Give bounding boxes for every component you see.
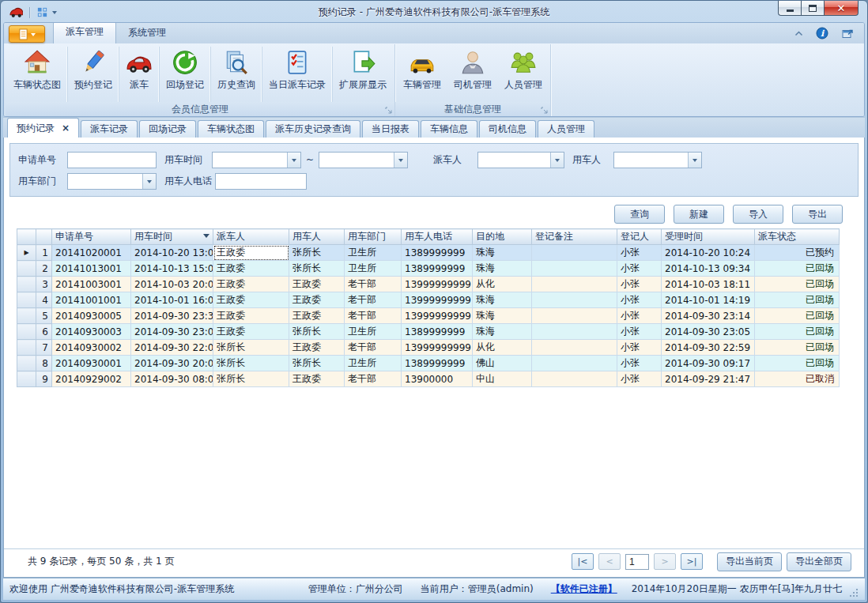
cell[interactable]: 小张 (617, 324, 662, 340)
dispatch-status-cell[interactable]: 已回场 (755, 340, 840, 356)
dispatch-status-cell[interactable]: 已取消 (755, 371, 840, 387)
cell[interactable]: 张所长 (213, 340, 289, 356)
doc-tab[interactable]: 车辆信息 (421, 120, 477, 138)
ribbon-button-house[interactable]: 车辆状态图 (7, 47, 67, 102)
dispatch-status-cell[interactable]: 已回场 (755, 308, 840, 324)
phone-input[interactable] (215, 173, 307, 190)
export-all-pages-button[interactable]: 导出全部页 (787, 552, 851, 571)
cell[interactable]: 张所长 (289, 356, 345, 371)
ribbon-tab-dispatch[interactable]: 派车管理 (53, 22, 116, 43)
cell[interactable]: 佛山 (473, 356, 532, 371)
cell[interactable]: 20141013001 (52, 261, 131, 277)
ribbon-button-driver[interactable]: 司机管理 (447, 47, 498, 102)
doc-tab[interactable]: 派车记录 (81, 120, 138, 138)
use-time-to-combo[interactable] (319, 152, 408, 168)
ribbon-button-people[interactable]: 人员管理 (498, 47, 549, 102)
export-button[interactable]: 导出 (792, 205, 843, 224)
dispatch-status-cell[interactable]: 已回场 (755, 277, 840, 292)
cell[interactable]: 2014-10-01 16:00 (131, 292, 213, 308)
info-icon[interactable]: i (816, 27, 828, 40)
dialog-launcher-icon[interactable] (385, 107, 392, 114)
cell[interactable]: 1389999999 (402, 245, 473, 261)
import-button[interactable]: 导入 (733, 205, 783, 224)
column-header[interactable]: 登记人 (617, 229, 662, 245)
cell[interactable]: 卫生所 (345, 356, 402, 371)
dispatch-status-cell[interactable]: 已回场 (755, 292, 840, 308)
cell[interactable]: 老干部 (345, 371, 402, 387)
cell[interactable]: 老干部 (345, 340, 402, 356)
ribbon-button-extend-screen[interactable]: 扩展屏显示 (332, 47, 393, 102)
cell[interactable]: 珠海 (473, 245, 532, 261)
cell[interactable] (532, 245, 617, 261)
last-page-button[interactable]: >| (681, 553, 703, 570)
cell[interactable]: 王政委 (213, 324, 289, 340)
cell[interactable] (532, 308, 617, 324)
dropdown-caret-icon[interactable] (52, 11, 57, 17)
export-current-page-button[interactable]: 导出当前页 (717, 552, 782, 571)
cell[interactable]: 2014-09-30 22:59 (662, 340, 755, 356)
cell[interactable]: 2014-09-30 23:05 (662, 324, 755, 340)
table-row[interactable]: 7201409300022014-09-30 22:00张所长王政委老干部139… (17, 340, 840, 356)
cell[interactable] (532, 277, 617, 292)
cell[interactable]: 2014-10-01 14:19 (662, 292, 755, 308)
cell[interactable]: 老干部 (345, 292, 402, 308)
table-row[interactable]: 4201410010012014-10-01 16:00王政委王政委老干部139… (17, 292, 840, 308)
column-header[interactable]: 派车状态 (755, 229, 840, 245)
cell[interactable]: 王政委 (289, 371, 345, 387)
cell[interactable]: 老干部 (345, 308, 402, 324)
dispatcher-combo[interactable] (477, 152, 564, 168)
apply-no-input[interactable] (67, 152, 157, 168)
column-header[interactable]: 目的地 (473, 229, 532, 245)
table-row[interactable]: 3201410030012014-10-03 20:00王政委王政委老干部139… (17, 277, 840, 292)
table-row[interactable]: ▶1201410200012014-10-20 13:00王政委张所长卫生所13… (17, 245, 840, 261)
cell[interactable] (532, 261, 617, 277)
doc-tab[interactable]: 预约记录× (7, 118, 79, 138)
cell[interactable]: 13999999999 (402, 292, 473, 308)
column-header[interactable]: 受理时间 (662, 229, 755, 245)
dispatch-status-cell[interactable]: 已回场 (755, 261, 840, 277)
cell[interactable]: 2014-09-30 09:17 (662, 356, 755, 371)
cell[interactable]: 小张 (617, 308, 662, 324)
dispatch-status-cell[interactable]: 已回场 (755, 324, 840, 340)
cell[interactable]: 2014-09-29 21:47 (662, 371, 755, 387)
dept-combo[interactable] (67, 173, 157, 190)
cell[interactable]: 卫生所 (345, 324, 402, 340)
cell[interactable]: 2014-09-30 23:14 (662, 308, 755, 324)
maximize-button[interactable] (801, 1, 824, 16)
column-header[interactable]: 用车人电话 (402, 229, 473, 245)
cell[interactable]: 20140930002 (52, 340, 131, 356)
cell[interactable]: 13999999999 (402, 277, 473, 292)
dialog-launcher-icon[interactable] (541, 107, 548, 114)
combo-dropdown-icon[interactable] (394, 153, 407, 168)
first-page-button[interactable]: |< (572, 553, 594, 570)
column-header[interactable]: 派车人 (213, 229, 289, 245)
cell[interactable]: 1389999999 (402, 324, 473, 340)
cell[interactable]: 2014-10-03 20:00 (131, 277, 213, 292)
table-row[interactable]: 6201409300032014-09-30 23:00王政委张所长卫生所138… (17, 324, 840, 340)
ribbon-button-checklist[interactable]: 当日派车记录 (262, 47, 332, 102)
cell[interactable]: 珠海 (473, 261, 532, 277)
cell[interactable]: 20140929002 (52, 371, 131, 387)
cell[interactable]: 20141001001 (52, 292, 131, 308)
next-page-button[interactable]: > (654, 553, 676, 570)
ribbon-tab-system[interactable]: 系统管理 (116, 23, 178, 43)
table-row[interactable]: 2201410130012014-10-13 15:00王政委张所长卫生所138… (17, 261, 840, 277)
page-input[interactable] (625, 554, 649, 570)
column-header[interactable]: 申请单号 (52, 229, 131, 245)
table-row[interactable]: 9201409290022014-09-30 08:00张所长王政委老干部139… (17, 371, 840, 387)
cell[interactable] (532, 371, 617, 387)
cell[interactable]: 2014-10-20 13:00 (131, 245, 213, 261)
cell[interactable]: 20141003001 (52, 277, 131, 292)
doc-tab[interactable]: 当日报表 (362, 120, 419, 138)
cell[interactable]: 老干部 (345, 277, 402, 292)
cell[interactable]: 中山 (473, 371, 532, 387)
ribbon-button-pencil[interactable]: 预约登记 (67, 47, 119, 102)
prev-page-button[interactable]: < (598, 553, 621, 570)
ribbon-button-history-search[interactable]: 历史查询 (210, 47, 262, 102)
combo-dropdown-icon[interactable] (142, 174, 156, 189)
resize-grip[interactable] (850, 589, 859, 597)
ribbon-button-yellow-car[interactable]: 车辆管理 (397, 47, 447, 102)
table-row[interactable]: 8201409300012014-09-30 20:00张所长张所长卫生所138… (17, 356, 840, 371)
use-time-from-combo[interactable] (212, 152, 301, 168)
cell[interactable]: 小张 (617, 292, 662, 308)
